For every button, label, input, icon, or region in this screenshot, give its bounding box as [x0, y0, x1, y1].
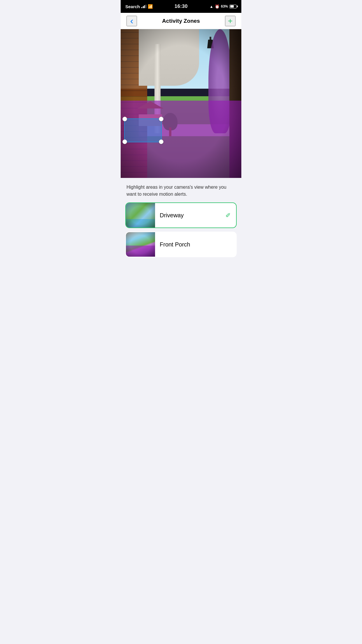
- zone-info-driveway: Driveway: [155, 212, 220, 219]
- camera-view[interactable]: [121, 29, 241, 178]
- zone-list: Driveway ✏ Front Porch: [121, 202, 241, 257]
- signal-bar-3: [144, 5, 145, 8]
- battery-indicator: [229, 5, 237, 8]
- instruction-text: Highlight areas in your camera's view wh…: [126, 184, 236, 198]
- handle-bottom-right[interactable]: [159, 139, 164, 144]
- zone-item-driveway[interactable]: Driveway ✏: [125, 202, 237, 228]
- add-zone-button[interactable]: +: [225, 16, 236, 26]
- battery-fill: [230, 5, 234, 8]
- handle-top-left[interactable]: [122, 117, 127, 121]
- bottom-spacer: [121, 257, 241, 269]
- zone-thumbnail-driveway: [126, 202, 155, 228]
- signal-bar-4: [145, 5, 146, 8]
- nav-bar: Activity Zones +: [121, 13, 241, 29]
- zone-info-front-porch: Front Porch: [155, 241, 236, 248]
- status-right: ▲ ⏰ 63%: [210, 4, 237, 9]
- camera-vignette: [121, 29, 241, 178]
- driveway-selection-box[interactable]: [124, 118, 161, 142]
- status-left: Search 📶: [125, 4, 153, 9]
- page-title: Activity Zones: [162, 18, 200, 24]
- chevron-left-icon: [130, 16, 133, 26]
- zone-name-front-porch: Front Porch: [160, 241, 190, 248]
- handle-top-right[interactable]: [159, 117, 164, 121]
- status-time: 16:30: [175, 4, 188, 9]
- thumb-vignette-porch: [126, 232, 155, 257]
- zone-item-front-porch[interactable]: Front Porch: [125, 232, 237, 257]
- zone-thumbnail-front-porch: [126, 232, 155, 257]
- back-button[interactable]: [126, 16, 137, 26]
- thumb-vignette-driveway: [126, 202, 155, 228]
- instruction-section: Highlight areas in your camera's view wh…: [121, 178, 241, 202]
- location-icon: ▲: [210, 4, 213, 9]
- status-bar: Search 📶 16:30 ▲ ⏰ 63%: [121, 0, 241, 13]
- signal-bar-1: [141, 7, 142, 8]
- wifi-icon: 📶: [148, 4, 153, 9]
- signal-bars: [141, 5, 146, 8]
- battery-percent: 63%: [221, 4, 228, 8]
- signal-bar-2: [143, 6, 144, 8]
- handle-bottom-left[interactable]: [122, 139, 127, 144]
- pencil-icon-driveway: ✏: [224, 211, 233, 220]
- zone-name-driveway: Driveway: [160, 212, 184, 218]
- edit-driveway-button[interactable]: ✏: [220, 211, 236, 219]
- alarm-icon: ⏰: [215, 4, 219, 9]
- back-carrier: Search: [125, 4, 140, 9]
